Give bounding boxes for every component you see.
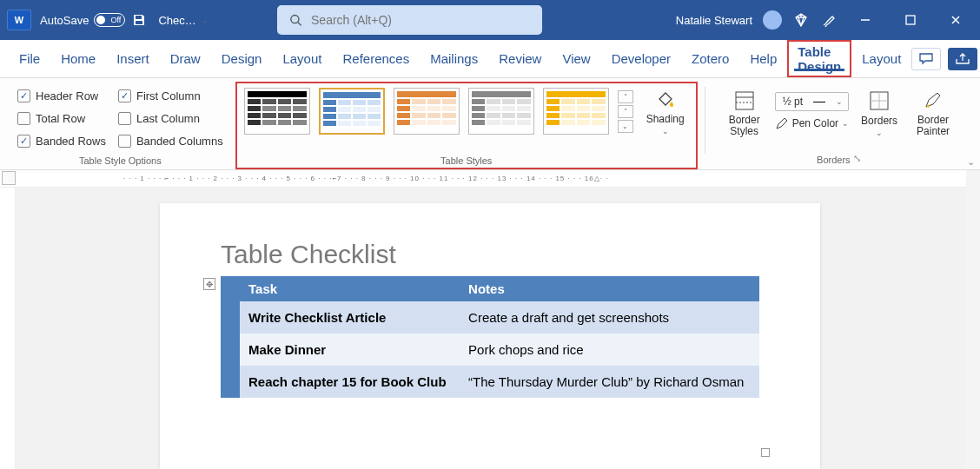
table-style-thumb-2[interactable]	[319, 88, 385, 135]
table-cell[interactable]: Write Checklist Article	[240, 301, 460, 334]
tab-review[interactable]: Review	[488, 40, 552, 77]
maximize-button[interactable]	[893, 3, 928, 37]
svg-line-1	[298, 23, 301, 26]
share-button[interactable]	[948, 48, 977, 70]
chevron-down-icon: ⌄	[836, 97, 843, 106]
tab-table-design[interactable]: Table Design	[787, 40, 851, 77]
group-label-borders: Borders ⤡	[718, 153, 960, 168]
page-title[interactable]: Table Checklist	[221, 240, 759, 269]
checklist-table[interactable]: Task Notes Write Checklist Article Creat…	[221, 276, 759, 398]
svg-rect-4	[736, 92, 753, 109]
word-app-icon: W	[7, 10, 31, 30]
document-name[interactable]: Chec… ⌄	[158, 14, 208, 27]
minimize-button[interactable]	[848, 3, 883, 37]
brush-icon[interactable]	[820, 11, 838, 29]
checkbox-icon	[17, 112, 30, 125]
border-styles-button[interactable]: Border Styles	[721, 89, 768, 137]
tab-references[interactable]: References	[332, 40, 420, 77]
ruler-marks: · · · 1 · · · ⌐ · · · 1 · · · 2 · · · 3 …	[123, 170, 971, 187]
tab-design[interactable]: Design	[211, 40, 273, 77]
check-total-row[interactable]: Total Row	[17, 108, 106, 129]
collapse-ribbon-icon[interactable]: ⌄	[967, 156, 975, 168]
check-banded-columns[interactable]: Banded Columns	[118, 130, 223, 151]
vertical-ruler[interactable]	[0, 188, 16, 469]
tab-zotero[interactable]: Zotero	[681, 40, 739, 77]
ribbon: Header Row First Column Total Row Last C…	[0, 78, 980, 170]
pen-width-select[interactable]: ½ pt ⌄	[775, 92, 849, 111]
group-label-style-options: Table Style Options	[17, 154, 223, 168]
chevron-down-icon: ⌄	[202, 16, 209, 24]
pen-icon	[775, 116, 789, 130]
check-first-column[interactable]: First Column	[118, 85, 223, 106]
table-header-task[interactable]: Task	[240, 276, 460, 301]
close-button[interactable]	[938, 3, 973, 37]
autosave-label: AutoSave	[40, 14, 89, 27]
table-style-thumb-5[interactable]	[543, 88, 609, 135]
tab-file[interactable]: File	[9, 40, 50, 77]
group-label-table-styles: Table Styles	[244, 154, 689, 168]
chevron-down-icon[interactable]: ˅	[618, 105, 633, 118]
table-cell[interactable]: “The Thursday Murder Club” by Richard Os…	[460, 366, 759, 398]
table-cell[interactable]: Make Dinner	[240, 334, 460, 366]
table-cell[interactable]: Create a draft and get screenshots	[460, 301, 759, 334]
table-header-notes[interactable]: Notes	[460, 276, 759, 301]
group-separator	[705, 87, 705, 154]
autosave-toggle[interactable]: AutoSave Off	[40, 13, 125, 27]
table-style-thumb-4[interactable]	[468, 88, 534, 135]
borders-button[interactable]: Borders ⌄	[856, 89, 903, 137]
pen-color-button[interactable]: Pen Color ⌄	[775, 116, 849, 130]
tab-draw[interactable]: Draw	[160, 40, 211, 77]
document-area: Table Checklist ✥ Task Notes Write Check…	[0, 188, 980, 469]
ribbon-tabs: File Home Insert Draw Design Layout Refe…	[0, 40, 980, 78]
shading-button[interactable]: Shading ⌄	[642, 87, 689, 135]
table-cell[interactable]: Reach chapter 15 for Book Club	[240, 366, 460, 398]
svg-rect-3	[906, 16, 915, 24]
table-cell[interactable]: Pork chops and rice	[460, 334, 759, 366]
tab-table-layout[interactable]: Layout	[851, 40, 911, 77]
table-style-thumb-3[interactable]	[394, 88, 460, 135]
vertical-scrollbar[interactable]	[966, 170, 980, 469]
border-styles-icon	[732, 89, 757, 113]
group-borders: Border Styles ½ pt ⌄ Pen Color ⌄ Borders…	[712, 82, 965, 169]
tab-mailings[interactable]: Mailings	[420, 40, 488, 77]
title-bar: W AutoSave Off Chec… ⌄ Natalie Stewart	[0, 0, 980, 40]
table-style-thumb-1[interactable]	[244, 88, 310, 135]
chevron-up-icon[interactable]: ˄	[618, 90, 633, 103]
user-name[interactable]: Natalie Stewart	[676, 14, 752, 27]
chevron-down-icon: ⌄	[876, 129, 883, 137]
checkbox-icon	[17, 135, 30, 148]
borders-icon	[867, 89, 891, 113]
check-header-row[interactable]: Header Row	[17, 85, 106, 106]
border-painter-button[interactable]: Border Painter	[910, 89, 957, 137]
ruler-corner	[2, 171, 16, 185]
share-icon	[956, 53, 970, 65]
check-banded-rows[interactable]: Banded Rows	[17, 130, 106, 151]
diamond-icon[interactable]	[792, 11, 810, 29]
tab-layout[interactable]: Layout	[272, 40, 332, 77]
dialog-launcher-icon[interactable]: ⤡	[853, 153, 861, 163]
style-gallery-scroller[interactable]: ˄ ˅ ⌄	[618, 90, 633, 133]
more-styles-icon[interactable]: ⌄	[618, 120, 633, 133]
table-move-handle-icon[interactable]: ✥	[203, 278, 215, 290]
tab-help[interactable]: Help	[739, 40, 787, 77]
comment-icon	[919, 53, 933, 65]
group-table-style-options: Header Row First Column Total Row Last C…	[12, 82, 228, 169]
autosave-pill[interactable]: Off	[94, 13, 125, 27]
tab-insert[interactable]: Insert	[106, 40, 160, 77]
table-resize-handle[interactable]	[761, 448, 770, 457]
group-table-styles: ˄ ˅ ⌄ Shading ⌄ Table Styles	[235, 82, 698, 169]
search-input[interactable]	[311, 13, 530, 27]
search-bar[interactable]	[277, 5, 542, 35]
tab-view[interactable]: View	[552, 40, 600, 77]
chevron-down-icon: ⌄	[662, 127, 669, 135]
checkbox-icon	[118, 135, 131, 148]
user-avatar[interactable]	[763, 10, 782, 30]
horizontal-ruler[interactable]: · · · 1 · · · ⌐ · · · 1 · · · 2 · · · 3 …	[0, 170, 980, 188]
check-last-column[interactable]: Last Column	[118, 108, 223, 129]
save-icon[interactable]	[130, 11, 148, 29]
chevron-down-icon: ⌄	[842, 119, 849, 128]
comments-button[interactable]	[911, 48, 941, 70]
document-page[interactable]: Table Checklist ✥ Task Notes Write Check…	[160, 203, 820, 469]
tab-developer[interactable]: Developer	[601, 40, 681, 77]
tab-home[interactable]: Home	[50, 40, 106, 77]
